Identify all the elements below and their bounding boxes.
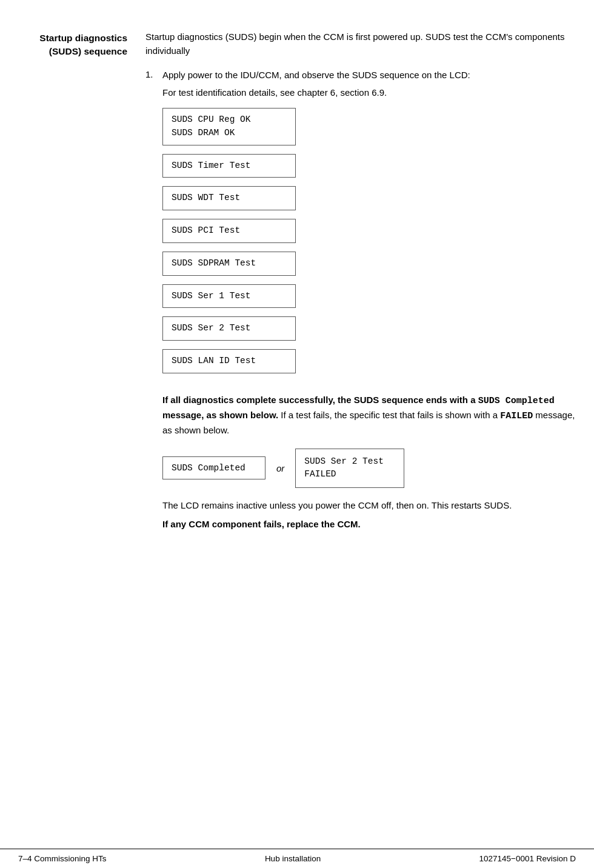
- failed-line2: FAILED: [304, 468, 395, 481]
- lcd-screen-8: SUDS LAN ID Test: [162, 349, 296, 373]
- lcd-line: SUDS Ser 2 Test: [172, 322, 287, 335]
- lcd-screen-3: SUDS WDT Test: [162, 186, 296, 210]
- numbered-list: 1. Apply power to the IDU/CCM, and obser…: [145, 68, 576, 529]
- lcd-line: SUDS SDPRAM Test: [172, 257, 287, 270]
- lcd-line: SUDS CPU Reg OK: [172, 113, 287, 127]
- lcd-screen-4: SUDS PCI Test: [162, 219, 296, 243]
- failed-box: SUDS Ser 2 Test FAILED: [295, 449, 404, 489]
- section-title: Startup diagnostics (SUDS) sequence: [18, 32, 127, 58]
- list-item: 1. Apply power to the IDU/CCM, and obser…: [145, 68, 576, 529]
- item-text: Apply power to the IDU/CCM, and observe …: [162, 68, 576, 82]
- page-container: Startup diagnostics (SUDS) sequence Star…: [0, 0, 594, 868]
- lcd-screen-5: SUDS SDPRAM Test: [162, 252, 296, 276]
- page-footer: 7–4 Commissioning HTs Hub installation 1…: [0, 849, 594, 868]
- completed-text: SUDS Completed: [172, 463, 256, 473]
- item-content: Apply power to the IDU/CCM, and observe …: [162, 68, 576, 529]
- item-number: 1.: [145, 68, 162, 529]
- item-subtext: For test identification details, see cha…: [162, 86, 576, 100]
- main-content: Startup diagnostics (SUDS) sequence Star…: [0, 18, 594, 838]
- lcd-line: SUDS LAN ID Test: [172, 355, 287, 368]
- completed-failed-row: SUDS Completed or SUDS Ser 2 Test FAILED: [162, 449, 576, 489]
- or-label: or: [276, 463, 284, 473]
- failed-line1: SUDS Ser 2 Test: [304, 455, 395, 469]
- diagnostic-result-text: If all diagnostics complete successfully…: [162, 393, 576, 438]
- completed-box: SUDS Completed: [162, 456, 265, 479]
- lcd-line: SUDS Timer Test: [172, 159, 287, 173]
- lcd-screen-7: SUDS Ser 2 Test: [162, 316, 296, 341]
- footer-center: Hub installation: [265, 854, 321, 863]
- lcd-line: SUDS PCI Test: [172, 224, 287, 238]
- left-column: Startup diagnostics (SUDS) sequence: [18, 30, 139, 826]
- lcd-boxes-container: SUDS CPU Reg OK SUDS DRAM OK SUDS Timer …: [162, 108, 576, 382]
- lcd-screen-2: SUDS Timer Test: [162, 154, 296, 178]
- lcd-screen-6: SUDS Ser 1 Test: [162, 284, 296, 309]
- intro-text: Startup diagnostics (SUDS) begin when th…: [145, 30, 576, 58]
- lcd-line: SUDS Ser 1 Test: [172, 290, 287, 303]
- lcd-line: SUDS WDT Test: [172, 192, 287, 205]
- lcd-screen-1: SUDS CPU Reg OK SUDS DRAM OK: [162, 108, 296, 145]
- footer-right: 1027145−0001 Revision D: [479, 854, 576, 863]
- lcd-line: SUDS DRAM OK: [172, 127, 287, 140]
- lcd-inactive-text: The LCD remains inactive unless you powe…: [162, 499, 576, 513]
- footer-left: 7–4 Commissioning HTs: [18, 854, 107, 863]
- right-column: Startup diagnostics (SUDS) begin when th…: [139, 30, 576, 826]
- replace-ccm-text: If any CCM component fails, replace the …: [162, 519, 576, 529]
